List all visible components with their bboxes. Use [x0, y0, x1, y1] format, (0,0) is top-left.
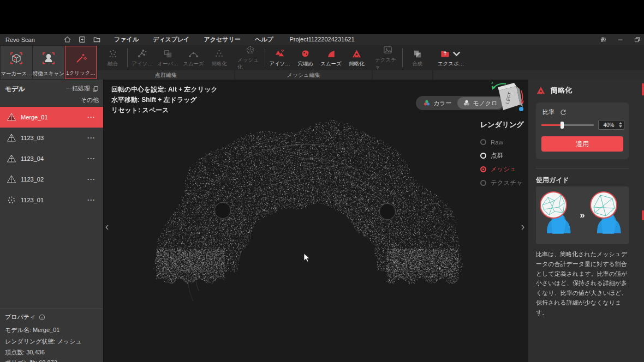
point-edit-caption: 点群編集: [98, 70, 234, 80]
mesh-model-icon: [7, 174, 16, 184]
3d-viewport[interactable]: 回転の中心を設定: Alt + 左クリック 水平移動: Shift + 左ドラッ…: [104, 80, 528, 362]
point-cloud-render[interactable]: [104, 80, 528, 362]
model-name: 1123_02: [21, 176, 44, 183]
menu-display[interactable]: ディスプレイ: [153, 35, 190, 44]
tool-smooth-mesh[interactable]: スムーズ: [318, 49, 344, 68]
texture-group: テクスチャ 合成: [373, 45, 432, 80]
info-icon[interactable]: [39, 314, 45, 321]
feature-scan-tab[interactable]: 特徴スキャン: [33, 46, 64, 79]
mono-icon: [463, 99, 470, 107]
rendering-title: レンダリング: [480, 120, 527, 130]
magic-wand-icon: [74, 46, 87, 70]
rendering-panel: レンダリング Raw 点群 メッシュ テクスチャ: [480, 120, 527, 190]
tool-isolated-mesh[interactable]: アイソ…: [267, 49, 293, 68]
menu-accessory[interactable]: アクセサリー: [204, 35, 241, 44]
model-row-1123-01[interactable]: 1123_01 ···: [0, 190, 103, 210]
revo-scan-screen: { "titlebar": { "app_name": "Revo Scan",…: [0, 0, 644, 362]
batch-process-button[interactable]: 一括処理: [66, 85, 99, 93]
tool-hole-filling[interactable]: 穴埋め: [293, 49, 318, 68]
simplify-points-icon: [214, 49, 224, 59]
chevron-down-icon: [451, 49, 462, 59]
one-click-label: 1クリック…: [66, 70, 96, 77]
feature-scan-icon: [41, 46, 56, 70]
prop-render-state: レンダリング状態: メッシュ: [5, 337, 82, 346]
bust-before-image: [537, 189, 577, 242]
model-row-merge-01[interactable]: Merge_01 ···: [0, 107, 103, 128]
guide-description: 比率は、簡略化されたメッシュデータの合計データ量に対する割合として定義されます。…: [536, 250, 633, 318]
home-icon[interactable]: [63, 35, 71, 44]
reset-icon[interactable]: [560, 109, 567, 116]
simplify-icon: [536, 86, 546, 95]
prop-vertex-count: 頂点数: 30,436: [5, 348, 45, 357]
tool-export[interactable]: エクスポ…: [436, 49, 466, 68]
others-button[interactable]: その他: [80, 96, 99, 104]
mesh-model-icon: [7, 112, 16, 122]
restore-icon[interactable]: [634, 36, 641, 43]
top-letterbox: [0, 0, 644, 34]
mesh-edit-group: メッシュ化 アイソ… 穴埋め スムーズ 簡略化 メッシュ編集: [235, 45, 372, 80]
one-click-tab[interactable]: 1クリック…: [65, 46, 97, 79]
menu-help[interactable]: ヘルプ: [255, 35, 273, 44]
toolbar: マーカース… 特徴スキャン 1クリック… 融合 アイソ…: [0, 45, 644, 80]
render-option-texture: テクスチャ: [480, 176, 527, 190]
ratio-row: 比率: [542, 108, 567, 116]
guide-title: 使用ガイド: [536, 176, 569, 185]
viewport-hints: 回転の中心を設定: Alt + 左クリック 水平移動: Shift + 左ドラッ…: [111, 85, 218, 116]
ratio-slider[interactable]: [541, 124, 594, 126]
bust-after-image: [587, 189, 628, 242]
simplify-panel: 簡略化 比率 40% 適用 使用ガイド »: [528, 80, 644, 362]
point-edit-group: 融合 アイソ… オーバ… スムーズ 簡略化 点群編集: [98, 45, 234, 80]
row-more-button[interactable]: ···: [87, 155, 96, 162]
render-option-pointcloud[interactable]: 点群: [480, 149, 527, 162]
model-name: 1123_03: [21, 135, 44, 141]
step-down-icon: [619, 125, 622, 128]
minimize-icon[interactable]: [617, 36, 624, 43]
batch-icon: [92, 86, 99, 92]
menu-file[interactable]: ファイル: [114, 35, 139, 44]
model-row-1123-04[interactable]: 1123_04 ···: [0, 148, 103, 169]
texture-icon: [383, 45, 393, 55]
open-folder-icon[interactable]: [93, 35, 101, 44]
tool-meshing: メッシュ化: [237, 45, 263, 71]
isolated-mesh-icon: [275, 49, 285, 59]
row-more-button[interactable]: ···: [87, 196, 96, 204]
tool-simplify-points: 簡略化: [206, 49, 232, 68]
ratio-value-box[interactable]: 40%: [598, 120, 624, 130]
titlebar: Revo Scan ファイル ディスプレイ アクセサリー ヘルプ Project…: [0, 34, 644, 45]
color-toggle[interactable]: カラー: [418, 97, 457, 109]
row-more-button[interactable]: ···: [87, 134, 96, 142]
radio-icon: [480, 180, 486, 186]
collapse-left-panel-chevron[interactable]: ‹: [104, 220, 110, 232]
marker-scan-tab[interactable]: マーカース…: [1, 46, 32, 79]
color-icon: [423, 99, 431, 107]
ratio-stepper[interactable]: [619, 122, 622, 128]
model-row-1123-02[interactable]: 1123_02 ···: [0, 169, 103, 190]
collapse-right-panel-chevron[interactable]: ›: [520, 220, 526, 232]
cube-axis-z: z: [491, 80, 493, 85]
apply-button[interactable]: 適用: [541, 136, 623, 152]
app-name: Revo Scan: [5, 37, 60, 43]
render-option-mesh[interactable]: メッシュ: [480, 162, 527, 176]
tool-composite: 合成: [404, 49, 430, 68]
toolbar-separator: [265, 49, 265, 67]
toolbar-filler: [468, 45, 644, 80]
menubar: ファイル ディスプレイ アクセサリー ヘルプ: [114, 35, 273, 44]
ratio-slider-handle[interactable]: [560, 122, 564, 129]
row-more-button[interactable]: ···: [87, 113, 96, 121]
navigation-cube[interactable]: LEFT z: [489, 80, 528, 118]
hint-reset: リセット: スペース: [111, 105, 218, 116]
tool-isolated-points: アイソ…: [129, 49, 155, 68]
new-project-icon[interactable]: [78, 35, 86, 44]
model-name: 1123_01: [21, 197, 44, 203]
texture-caption: [373, 70, 432, 80]
model-row-1123-03[interactable]: 1123_03 ···: [0, 128, 103, 148]
composite-icon: [412, 49, 422, 59]
tool-simplify-mesh[interactable]: 簡略化: [344, 49, 369, 68]
export-icon: [440, 49, 450, 59]
simplify-title: 簡略化: [551, 86, 572, 95]
prop-polygon-count: ポリゴン数: 60,873: [5, 359, 57, 362]
toolbar-separator: [127, 49, 128, 67]
row-more-button[interactable]: ···: [87, 176, 96, 183]
fusion-icon: [108, 49, 118, 59]
settings-sliders-icon[interactable]: [600, 36, 607, 43]
